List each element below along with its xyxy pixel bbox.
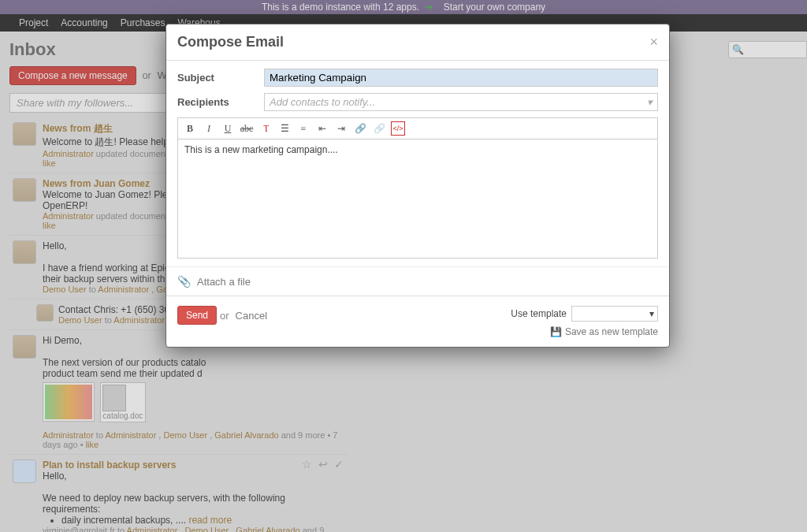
strike-button[interactable]: abc <box>240 121 254 136</box>
link-button[interactable]: 🔗 <box>353 121 367 136</box>
close-icon[interactable]: × <box>649 34 658 50</box>
chevron-down-icon: ▾ <box>649 308 654 319</box>
compose-email-modal: Compose Email × Subject Recipients Add c… <box>165 24 670 348</box>
removeformat-button[interactable]: Ⲧ <box>258 121 273 136</box>
or-text: or <box>220 310 229 322</box>
save-icon: 💾 <box>550 326 562 337</box>
editor-textarea[interactable]: This is a new marketing campaign.... <box>178 140 657 258</box>
italic-button[interactable]: I <box>202 121 216 136</box>
modal-footer: Send or Cancel Use template ▾ 💾 Save as … <box>166 296 669 347</box>
attach-row: 📎 Attach a file <box>166 266 669 296</box>
editor-toolbar: B I U abc Ⲧ ☰ ≡ ⇤ ⇥ 🔗 🔗 </> <box>178 118 657 140</box>
cancel-link[interactable]: Cancel <box>236 310 267 322</box>
modal-title: Compose Email <box>177 34 284 50</box>
attach-file-link[interactable]: Attach a file <box>197 276 251 288</box>
save-template-link[interactable]: 💾 Save as new template <box>511 326 658 337</box>
ul-button[interactable]: ☰ <box>277 121 292 136</box>
rich-text-editor: B I U abc Ⲧ ☰ ≡ ⇤ ⇥ 🔗 🔗 </> This is a ne… <box>177 117 658 259</box>
use-template-label: Use template <box>511 308 567 319</box>
modal-body: Subject Recipients Add contacts to notif… <box>166 61 669 266</box>
send-button[interactable]: Send <box>177 306 217 325</box>
save-template-text: Save as new template <box>565 326 658 337</box>
indent-button[interactable]: ⇥ <box>334 121 348 136</box>
modal-header: Compose Email × <box>166 24 669 61</box>
recipients-label: Recipients <box>177 96 264 108</box>
ol-button[interactable]: ≡ <box>296 121 311 136</box>
underline-button[interactable]: U <box>221 121 235 136</box>
recipients-input[interactable]: Add contacts to notify... ▾ <box>264 93 658 111</box>
subject-input[interactable] <box>264 69 658 87</box>
chevron-down-icon[interactable]: ▾ <box>647 96 653 108</box>
template-select[interactable]: ▾ <box>571 306 658 322</box>
paperclip-icon: 📎 <box>177 275 191 288</box>
recipients-placeholder: Add contacts to notify... <box>270 96 375 108</box>
subject-label: Subject <box>177 72 264 84</box>
outdent-button[interactable]: ⇤ <box>315 121 329 136</box>
bold-button[interactable]: B <box>183 121 197 136</box>
unlink-button[interactable]: 🔗 <box>372 121 386 136</box>
html-button[interactable]: </> <box>391 121 405 136</box>
